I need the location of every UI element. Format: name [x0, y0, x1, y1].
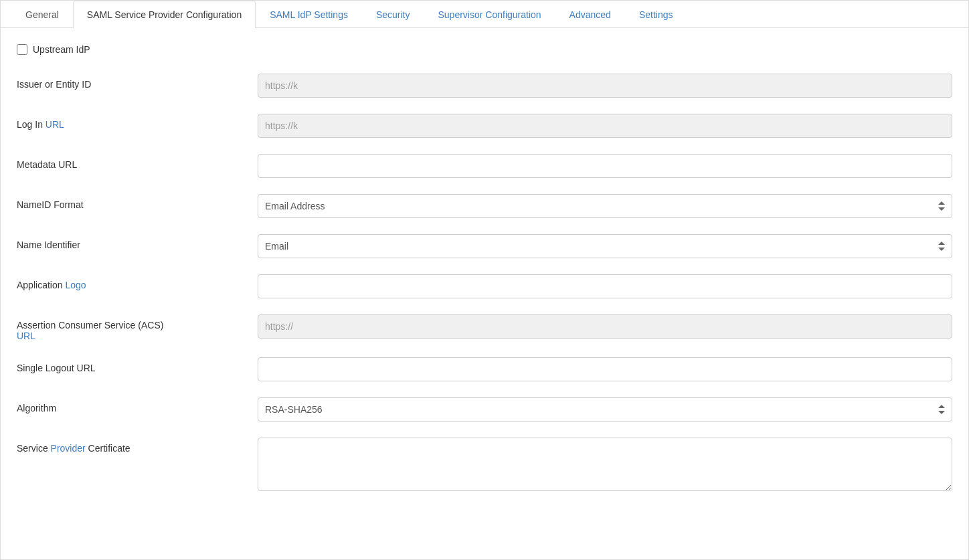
issuer-control [258, 74, 952, 98]
name-identifier-control: Email Username User ID [258, 234, 952, 258]
sp-cert-label-text: Service Provider Certificate [17, 443, 130, 454]
nameid-format-row: NameID Format Email Address Persistent T… [17, 194, 952, 218]
application-logo-input[interactable] [258, 274, 952, 298]
nameid-format-select[interactable]: Email Address Persistent Transient Unspe… [258, 194, 952, 218]
name-identifier-select[interactable]: Email Username User ID [258, 234, 952, 258]
application-logo-row: Application Logo [17, 274, 952, 298]
login-url-control [258, 114, 952, 138]
login-url-label: Log In URL [17, 114, 244, 130]
sp-cert-control [258, 438, 952, 493]
login-url-row: Log In URL [17, 114, 952, 138]
metadata-url-row: Metadata URL [17, 154, 952, 178]
sp-cert-textarea[interactable] [258, 438, 952, 491]
tabs-bar: General SAML Service Provider Configurat… [1, 1, 968, 28]
metadata-url-control [258, 154, 952, 178]
upstream-idp-label[interactable]: Upstream IdP [33, 44, 90, 55]
issuer-input[interactable] [258, 74, 952, 98]
single-logout-row: Single Logout URL [17, 357, 952, 381]
metadata-url-label: Metadata URL [17, 154, 244, 170]
tab-advanced[interactable]: Advanced [555, 1, 625, 28]
login-url-label-text: Log In URL [17, 119, 64, 130]
page-container: General SAML Service Provider Configurat… [0, 0, 969, 560]
tab-saml-sp[interactable]: SAML Service Provider Configuration [73, 1, 256, 28]
issuer-label: Issuer or Entity ID [17, 74, 244, 90]
upstream-idp-row: Upstream IdP [17, 44, 952, 55]
application-logo-label-text: Application Logo [17, 280, 86, 290]
sp-cert-label: Service Provider Certificate [17, 438, 244, 454]
tab-supervisor[interactable]: Supervisor Configuration [424, 1, 555, 28]
tab-settings[interactable]: Settings [625, 1, 687, 28]
single-logout-input[interactable] [258, 357, 952, 381]
tab-general[interactable]: General [11, 1, 73, 28]
acs-url-input[interactable] [258, 314, 952, 339]
upstream-idp-checkbox[interactable] [17, 44, 27, 55]
name-identifier-label: Name Identifier [17, 234, 244, 250]
single-logout-label: Single Logout URL [17, 357, 244, 373]
algorithm-label: Algorithm [17, 397, 244, 413]
login-url-input[interactable] [258, 114, 952, 138]
issuer-row: Issuer or Entity ID [17, 74, 952, 98]
tab-security[interactable]: Security [362, 1, 424, 28]
name-identifier-row: Name Identifier Email Username User ID [17, 234, 952, 258]
sp-cert-row: Service Provider Certificate [17, 438, 952, 493]
saml-sp-content: Upstream IdP Issuer or Entity ID Log In … [1, 28, 968, 525]
application-logo-control [258, 274, 952, 298]
nameid-format-label: NameID Format [17, 194, 244, 210]
algorithm-control: RSA-SHA256 RSA-SHA384 RSA-SHA512 [258, 397, 952, 422]
algorithm-row: Algorithm RSA-SHA256 RSA-SHA384 RSA-SHA5… [17, 397, 952, 422]
nameid-format-control: Email Address Persistent Transient Unspe… [258, 194, 952, 218]
acs-label-line2: URL [17, 331, 244, 341]
acs-url-label: Assertion Consumer Service (ACS) URL [17, 314, 244, 341]
acs-url-row: Assertion Consumer Service (ACS) URL [17, 314, 952, 341]
tab-saml-idp[interactable]: SAML IdP Settings [256, 1, 362, 28]
acs-label-line1: Assertion Consumer Service (ACS) [17, 320, 244, 331]
algorithm-select[interactable]: RSA-SHA256 RSA-SHA384 RSA-SHA512 [258, 397, 952, 422]
acs-url-control [258, 314, 952, 339]
application-logo-label: Application Logo [17, 274, 244, 290]
metadata-url-input[interactable] [258, 154, 952, 178]
single-logout-control [258, 357, 952, 381]
